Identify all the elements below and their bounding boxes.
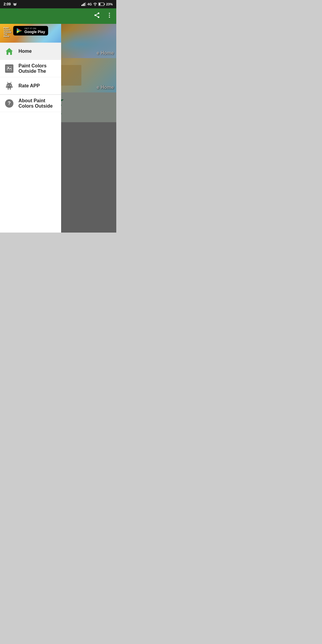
status-right: 4G 23% bbox=[81, 2, 113, 6]
more-options-button[interactable] bbox=[106, 12, 113, 20]
google-play-label: Google Play bbox=[24, 30, 45, 34]
svg-rect-6 bbox=[83, 4, 83, 6]
help-icon: ? bbox=[5, 99, 13, 108]
image-icon bbox=[5, 64, 13, 73]
footer-app-name: Paint Colors Outside The Home bbox=[4, 27, 11, 37]
svg-point-39 bbox=[8, 85, 9, 86]
svg-rect-7 bbox=[84, 3, 85, 6]
android-icon-container bbox=[5, 81, 14, 90]
app-bar bbox=[0, 8, 116, 24]
svg-line-16 bbox=[96, 16, 98, 17]
svg-rect-35 bbox=[8, 88, 9, 90]
image-icon-container bbox=[5, 64, 14, 73]
svg-point-19 bbox=[109, 15, 110, 16]
time-display: 2:09 bbox=[4, 2, 11, 6]
wifi-icon bbox=[93, 2, 97, 6]
home-label: Home bbox=[18, 49, 32, 54]
svg-point-14 bbox=[95, 14, 96, 16]
svg-rect-11 bbox=[104, 4, 105, 5]
svg-point-9 bbox=[95, 5, 95, 6]
about-label: About Paint Colors Outside bbox=[18, 98, 56, 109]
svg-marker-28 bbox=[6, 48, 13, 55]
home-icon-container bbox=[5, 47, 14, 56]
home-icon bbox=[5, 47, 13, 55]
svg-rect-5 bbox=[81, 5, 82, 6]
nav-item-home[interactable]: Home bbox=[0, 43, 61, 60]
help-icon-container: ? bbox=[5, 99, 14, 108]
svg-point-18 bbox=[109, 13, 110, 14]
nav-item-about[interactable]: ? About Paint Colors Outside bbox=[0, 95, 61, 112]
battery-icon bbox=[98, 2, 105, 6]
svg-point-20 bbox=[109, 17, 110, 18]
svg-rect-36 bbox=[10, 88, 11, 90]
play-store-icon bbox=[16, 27, 23, 34]
rate-app-label: Rate APP bbox=[18, 83, 40, 89]
svg-point-13 bbox=[98, 13, 100, 14]
svg-rect-8 bbox=[85, 2, 86, 6]
drawer-menu: Home Paint Colors Outside The bbox=[0, 43, 61, 233]
svg-rect-33 bbox=[6, 86, 7, 88]
svg-line-38 bbox=[10, 82, 11, 83]
nav-item-paint[interactable]: Paint Colors Outside The bbox=[0, 60, 61, 77]
svg-line-17 bbox=[96, 14, 98, 15]
drawer-overlay[interactable]: RigariDev Paint Colors Outside The Home bbox=[0, 8, 116, 233]
svg-point-4 bbox=[15, 4, 16, 5]
android-icon bbox=[5, 81, 14, 90]
status-left: 2:09 bbox=[4, 2, 17, 7]
paint-label: Paint Colors Outside The bbox=[18, 63, 56, 74]
navigation-drawer: RigariDev Paint Colors Outside The Home bbox=[0, 8, 61, 233]
nav-item-rate[interactable]: Rate APP bbox=[0, 77, 61, 95]
status-bar: 2:09 4G 23% bbox=[0, 0, 116, 8]
svg-point-15 bbox=[98, 16, 100, 18]
signal-icon bbox=[81, 2, 86, 6]
svg-line-37 bbox=[7, 82, 8, 83]
cat-icon bbox=[13, 2, 17, 7]
svg-point-40 bbox=[10, 85, 11, 86]
svg-rect-32 bbox=[7, 85, 11, 88]
svg-point-3 bbox=[14, 4, 15, 5]
svg-rect-12 bbox=[99, 3, 100, 5]
google-play-text: GET IT ON Google Play bbox=[24, 27, 45, 34]
svg-rect-34 bbox=[12, 86, 13, 88]
share-button[interactable] bbox=[94, 12, 100, 20]
google-play-badge[interactable]: GET IT ON Google Play bbox=[13, 26, 48, 35]
network-type: 4G bbox=[87, 2, 92, 6]
battery-level: 23% bbox=[106, 2, 113, 6]
